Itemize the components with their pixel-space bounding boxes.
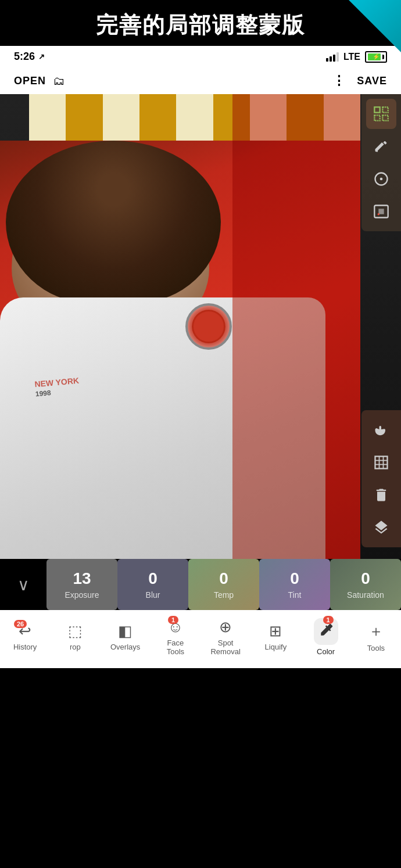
bottom-nav: ↩ 26 History ⬚ rop ◧ Overlays ☺ 1 FaceTo…	[0, 610, 401, 668]
chevron-down-icon: ∨	[17, 575, 30, 594]
hand-icon	[373, 422, 389, 438]
delete-button[interactable]	[366, 480, 396, 510]
adjustments-row: ∨ 13 Exposure 0 Blur 0 Temp 0 Tint 0 Sat…	[0, 559, 401, 610]
nav-tools-label: Tools	[367, 644, 385, 652]
nav-color-icon-wrap: 1	[314, 618, 338, 645]
adj-temp-value: 0	[219, 569, 228, 588]
nav-face-tools[interactable]: ☺ 1 FaceTools	[155, 618, 196, 656]
radial-tool-button[interactable]	[366, 164, 396, 194]
circle-selector-inner	[192, 310, 225, 343]
history-badge: 26	[14, 620, 27, 628]
adj-toggle-button[interactable]: ∨	[0, 559, 46, 610]
signal-bar-4	[336, 52, 339, 62]
signal-bars	[326, 52, 339, 62]
nav-color[interactable]: 1 Color	[306, 618, 346, 656]
adj-tint-label: Tint	[288, 590, 302, 600]
signal-bar-3	[333, 55, 335, 62]
right-tools	[361, 94, 401, 559]
status-right: LTE ⚡	[326, 51, 387, 63]
adj-tint-value: 0	[290, 569, 299, 588]
crop-overlay-icon	[373, 454, 389, 471]
more-options-button[interactable]: ⋮	[332, 73, 345, 88]
svg-rect-3	[382, 115, 388, 120]
adj-temp[interactable]: 0 Temp	[188, 559, 259, 610]
adj-blur-label: Blur	[146, 590, 160, 600]
svg-rect-1	[382, 107, 388, 112]
radial-icon	[373, 171, 389, 187]
toolbar-left: OPEN 🗂	[14, 74, 65, 88]
save-button[interactable]: SAVE	[357, 75, 387, 87]
adj-temp-label: Temp	[214, 590, 234, 600]
crop-overlay-button[interactable]	[366, 447, 396, 478]
open-button[interactable]: OPEN	[14, 75, 46, 87]
status-bar: 5:26 ↗ LTE ⚡	[0, 46, 401, 67]
banner-title: 完善的局部调整蒙版	[0, 10, 401, 40]
battery-bolt-icon: ⚡	[373, 53, 379, 60]
color-badge: 1	[323, 616, 334, 624]
top-banner: 完善的局部调整蒙版	[0, 0, 401, 46]
tool-group-selection	[361, 94, 401, 231]
svg-rect-0	[374, 107, 379, 112]
nav-liquify[interactable]: ⊞ Liquify	[255, 622, 296, 651]
photo-container[interactable]: NEW YORK1998	[0, 94, 401, 559]
nav-liquify-label: Liquify	[265, 643, 287, 651]
svg-point-7	[378, 213, 380, 216]
adj-exposure-label: Exposure	[65, 590, 99, 600]
adj-saturation-label: Saturation	[347, 590, 384, 600]
red-mask-overlay	[232, 94, 360, 559]
brush-icon	[373, 138, 389, 155]
color-picker-icon	[317, 622, 335, 639]
adj-exposure[interactable]: 13 Exposure	[46, 559, 117, 610]
nav-history-icon-wrap: ↩ 26	[19, 622, 31, 640]
svg-point-5	[380, 178, 383, 181]
selection-tool-button[interactable]	[366, 99, 396, 129]
adj-saturation-value: 0	[361, 569, 370, 588]
spot-removal-icon: ⊕	[219, 618, 232, 636]
svg-rect-8	[375, 457, 388, 469]
nav-face-tools-icon-wrap: ☺ 1	[168, 618, 184, 636]
hair	[6, 141, 221, 303]
layers-button[interactable]	[366, 512, 396, 543]
tool-group-actions	[361, 410, 401, 547]
selection-icon	[373, 106, 389, 122]
nav-spot-removal-label: SpotRemoval	[210, 639, 240, 656]
share-icon[interactable]: 🗂	[53, 74, 65, 88]
status-time: 5:26 ↗	[14, 51, 45, 63]
location-icon: ↗	[38, 52, 45, 61]
corner-badge-text: 新功能	[387, 0, 401, 5]
nav-crop-label: rop	[70, 643, 81, 651]
adj-blur-value: 0	[148, 569, 157, 588]
overlays-icon: ◧	[118, 622, 133, 640]
nav-history-label: History	[13, 643, 37, 651]
nav-history[interactable]: ↩ 26 History	[5, 622, 45, 651]
battery-indicator: ⚡	[365, 51, 387, 63]
nav-overlays-label: Overlays	[110, 643, 140, 651]
layers-icon	[373, 519, 389, 536]
brush-tool-button[interactable]	[366, 131, 396, 162]
mask-tool-button[interactable]	[366, 196, 396, 227]
adj-tint[interactable]: 0 Tint	[259, 559, 330, 610]
nav-spot-removal[interactable]: ⊕ SpotRemoval	[205, 618, 246, 656]
liquify-icon: ⊞	[269, 622, 282, 640]
svg-rect-2	[374, 115, 379, 120]
battery-tip	[382, 55, 384, 59]
adj-blur[interactable]: 0 Blur	[117, 559, 188, 610]
mask-icon	[373, 203, 389, 220]
toolbar-right: ⋮ SAVE	[332, 73, 387, 88]
circle-selector[interactable]	[185, 303, 232, 350]
adj-saturation[interactable]: 0 Saturation	[330, 559, 401, 610]
adj-exposure-value: 13	[73, 569, 91, 588]
nav-overlays[interactable]: ◧ Overlays	[105, 622, 146, 651]
tools-icon: ＋	[368, 621, 384, 641]
face-tools-badge: 1	[168, 616, 178, 624]
hand-tool-button[interactable]	[366, 415, 396, 445]
shirt-text: NEW YORK1998	[34, 376, 80, 399]
toolbar: OPEN 🗂 ⋮ SAVE	[0, 67, 401, 94]
nav-face-tools-label: FaceTools	[167, 639, 184, 656]
time-display: 5:26	[14, 51, 35, 63]
nav-tools[interactable]: ＋ Tools	[356, 621, 396, 652]
crop-icon: ⬚	[68, 622, 83, 640]
nav-crop[interactable]: ⬚ rop	[55, 622, 95, 651]
signal-bar-1	[326, 58, 328, 62]
trash-icon	[373, 487, 389, 503]
